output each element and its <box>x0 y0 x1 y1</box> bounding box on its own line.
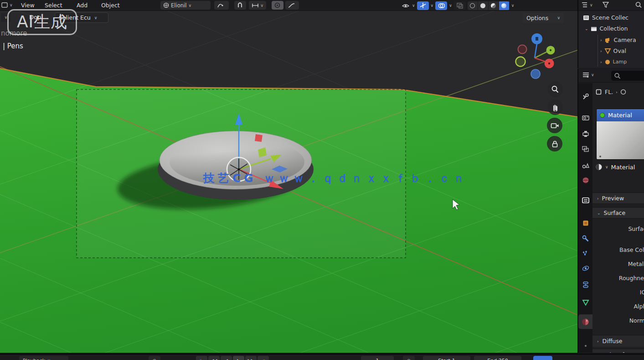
keying-set-button[interactable]: ○ <box>403 356 415 360</box>
tab-material[interactable] <box>578 314 592 329</box>
timeline-blue-button[interactable] <box>533 356 552 360</box>
overlays-icon <box>438 3 445 9</box>
scene-icon <box>582 162 590 169</box>
pan-button[interactable] <box>547 99 563 115</box>
caret-collapsed-icon[interactable]: › <box>600 38 602 42</box>
gizmo-axes-icon <box>420 2 426 9</box>
snap-increment-icon <box>252 3 258 8</box>
outliner-row-collection[interactable]: ⌄ Collection <box>578 23 644 34</box>
snap-toggle-button[interactable] <box>234 1 246 10</box>
properties-search-input[interactable] <box>611 71 644 81</box>
magnifier-icon <box>551 85 559 94</box>
subsection-diffuse[interactable]: › Diffuse <box>592 335 644 347</box>
tab-world[interactable] <box>578 173 592 188</box>
material-sphere-icon <box>581 318 590 326</box>
properties-editor-dropdown[interactable]: ∨ <box>582 71 594 78</box>
current-frame-field[interactable]: 1 <box>361 356 394 360</box>
scene-collection-icon <box>583 15 590 21</box>
snap-target-dropdown[interactable]: ∨ <box>249 1 266 10</box>
visibility-dropdown[interactable] <box>401 1 410 10</box>
collection-icon <box>591 26 598 32</box>
lock-button[interactable] <box>547 136 562 151</box>
breadcrumb-object-name[interactable]: FL. <box>605 89 613 95</box>
section-preview[interactable]: › Preview <box>592 193 644 204</box>
xray-toggle-button[interactable] <box>454 1 466 10</box>
jump-end-button[interactable]: ⇥ <box>258 356 269 360</box>
play-reverse-button[interactable]: ◀ <box>221 356 232 360</box>
outliner-search-button[interactable] <box>635 1 642 9</box>
tab-collection[interactable] <box>578 193 592 208</box>
record-circle-icon: ○ <box>152 358 157 360</box>
tab-physics[interactable] <box>578 261 592 276</box>
outliner-row-lamp[interactable]: › Lamp <box>578 57 644 67</box>
editor-type-button[interactable]: ∨ <box>1 1 13 9</box>
filter-button[interactable] <box>602 1 609 8</box>
caret-down-icon: ∨ <box>557 16 560 20</box>
tool-annotate-button[interactable] <box>214 1 229 10</box>
tab-data[interactable] <box>578 295 592 310</box>
tab-output[interactable] <box>578 126 592 141</box>
autokey-button[interactable]: ○ <box>149 356 160 360</box>
section-surface[interactable]: ⌄ Surface <box>592 207 644 219</box>
tab-view-layer[interactable] <box>578 142 592 157</box>
material-status-dot <box>600 113 605 118</box>
caret-collapsed-icon[interactable]: › <box>600 60 602 64</box>
tab-modifiers[interactable] <box>578 231 592 246</box>
outliner-row-camera[interactable]: › Camera <box>578 35 644 45</box>
show-gizmo-button[interactable] <box>417 1 429 10</box>
caret-down-icon[interactable]: ∨ <box>605 165 608 169</box>
caret-collapsed-icon[interactable]: › <box>600 49 602 53</box>
outliner-row-scene-collection[interactable]: Scene Collec <box>578 12 644 23</box>
frame-end-field[interactable]: End 250 <box>474 356 521 360</box>
zoom-button[interactable] <box>547 82 563 97</box>
lock-icon <box>551 140 559 148</box>
shading-rendered-button[interactable] <box>499 1 510 10</box>
menu-object[interactable]: Object <box>101 2 120 9</box>
mesh-triangle-icon <box>604 48 611 54</box>
shading-material-button[interactable] <box>489 1 499 10</box>
proportional-edit-button[interactable] <box>272 1 283 10</box>
camera-icon <box>551 122 559 129</box>
nav-z-glyph <box>536 37 538 41</box>
camera-view-button[interactable] <box>547 118 562 133</box>
gizmo-plane-x[interactable] <box>255 134 263 142</box>
tab-scene[interactable] <box>578 158 592 172</box>
prev-keyframe-button[interactable]: ◀◀ <box>208 356 220 360</box>
nav-axis-z-neg[interactable] <box>531 69 540 78</box>
next-keyframe-button[interactable]: ▶▶ <box>245 356 257 360</box>
transform-orientation-dropdown[interactable]: Elionil ∨ <box>160 1 211 10</box>
tab-tool[interactable] <box>578 89 592 104</box>
outliner-header: ∨ <box>578 0 644 11</box>
caret-expanded-icon[interactable]: ⌄ <box>585 26 588 31</box>
show-overlays-button[interactable] <box>435 1 447 10</box>
nav-axis-y-neg[interactable] <box>516 57 526 67</box>
orientation-label: Elionil <box>171 2 186 9</box>
outliner-editor-dropdown[interactable]: ∨ <box>581 1 593 8</box>
proportional-falloff-dropdown[interactable] <box>285 1 299 10</box>
outliner-row-oval[interactable]: › Oval <box>578 46 644 56</box>
play-button[interactable]: ▶ <box>233 356 244 360</box>
nav-axis-x-neg[interactable] <box>518 45 527 54</box>
jump-start-button[interactable]: ⇤ <box>196 356 207 360</box>
material-name-field[interactable]: Material <box>611 164 635 171</box>
subsection-subsurface[interactable]: › Subsurface <box>592 349 644 353</box>
shading-solid-button[interactable] <box>478 1 489 10</box>
menu-select[interactable]: Select <box>45 2 62 9</box>
tab-render[interactable] <box>578 110 592 125</box>
shading-wireframe-button[interactable] <box>468 1 478 10</box>
options-dropdown[interactable]: Options ∨ <box>522 13 564 23</box>
viewport-3d[interactable]: ∨ View Select Add Object Elionil ∨ ∨ <box>0 0 577 353</box>
caret-down-icon: ∨ <box>591 73 594 77</box>
tab-constraints[interactable] <box>578 277 592 292</box>
physics-icon <box>582 264 590 272</box>
tab-object[interactable] <box>578 216 592 230</box>
menu-view[interactable]: View <box>21 2 35 9</box>
tab-particles[interactable] <box>578 246 592 261</box>
render-camera-icon <box>582 114 590 121</box>
menu-add[interactable]: Add <box>77 2 88 9</box>
orientation-globe-icon <box>163 2 169 8</box>
tab-texture[interactable] <box>578 339 592 353</box>
frame-start-field[interactable]: Start 1 <box>423 356 470 360</box>
material-slot-row[interactable]: Material <box>597 109 644 121</box>
playback-dropdown[interactable]: Playback ∨ <box>19 356 68 360</box>
